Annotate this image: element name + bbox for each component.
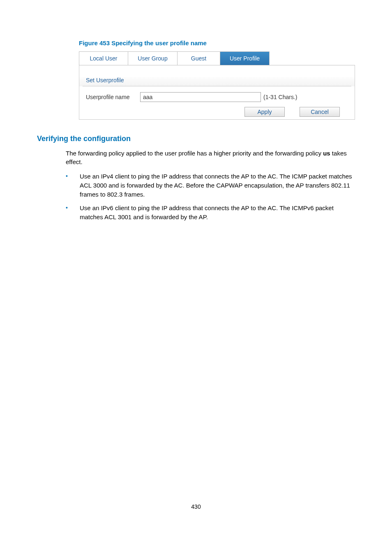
panel: Set Userprofile Userprofile name (1-31 C… bbox=[79, 65, 355, 120]
char-hint: (1-31 Chars.) bbox=[263, 94, 297, 100]
button-row: Apply Cancel bbox=[83, 107, 351, 117]
list-item: Use an IPv4 client to ping the IP addres… bbox=[80, 172, 355, 199]
bullet-list: Use an IPv4 client to ping the IP addres… bbox=[80, 172, 355, 222]
apply-button[interactable]: Apply bbox=[244, 107, 285, 117]
tab-user-group[interactable]: User Group bbox=[128, 51, 178, 65]
intro-paragraph: The forwarding policy applied to the use… bbox=[66, 149, 355, 166]
tabs: Local User User Group Guest User Profile bbox=[79, 51, 355, 65]
section-title: Set Userprofile bbox=[83, 77, 351, 86]
userprofile-name-label: Userprofile name bbox=[83, 94, 140, 100]
tab-user-profile[interactable]: User Profile bbox=[220, 51, 270, 65]
tab-guest[interactable]: Guest bbox=[178, 51, 220, 65]
page-number: 430 bbox=[0, 503, 392, 510]
figure-box: Local User User Group Guest User Profile… bbox=[79, 51, 355, 120]
cancel-button[interactable]: Cancel bbox=[300, 107, 340, 117]
tab-local-user[interactable]: Local User bbox=[79, 51, 128, 65]
userprofile-name-input[interactable] bbox=[140, 92, 261, 102]
figure-caption: Figure 453 Specifying the user profile n… bbox=[79, 39, 355, 46]
list-item: Use an IPv6 client to ping the IP addres… bbox=[80, 204, 355, 222]
page-content: Figure 453 Specifying the user profile n… bbox=[0, 0, 392, 222]
para-part-a: The forwarding policy applied to the use… bbox=[66, 150, 323, 157]
form-row: Userprofile name (1-31 Chars.) bbox=[83, 92, 351, 102]
section-heading: Verifying the configuration bbox=[37, 134, 355, 143]
para-part-b: us bbox=[323, 150, 330, 157]
